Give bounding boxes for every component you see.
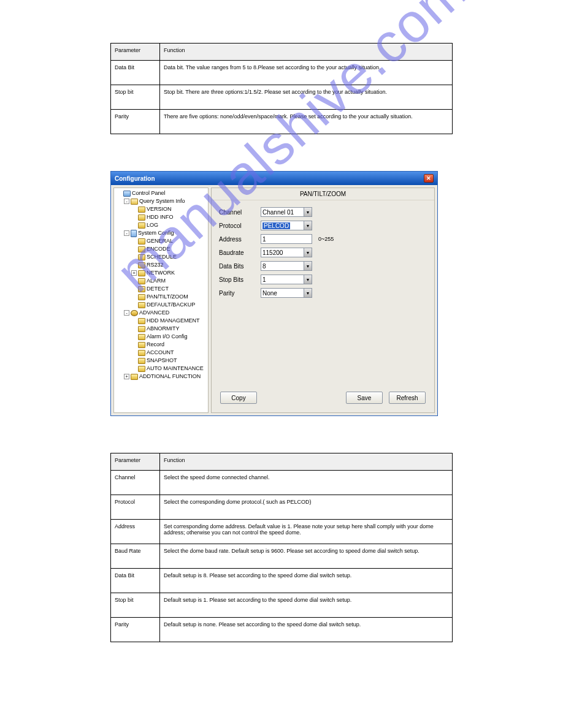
- collapse-icon[interactable]: -: [124, 230, 129, 236]
- table-header: Function: [160, 453, 453, 471]
- tree-item-record[interactable]: Record: [130, 341, 208, 349]
- table-rs232-params: Parameter Function Data BitData bit. The…: [110, 43, 453, 134]
- tree-label: ACCOUNT: [147, 349, 174, 357]
- tree-item-snapshot[interactable]: SNAPSHOT: [130, 357, 208, 365]
- chevron-down-icon: ▼: [304, 208, 312, 216]
- folder-icon: [138, 358, 145, 364]
- tree-item-hdd-info[interactable]: HDD INFO: [130, 213, 208, 221]
- tree-spacer: [131, 302, 137, 308]
- close-icon[interactable]: ✕: [424, 174, 434, 183]
- folder-icon: [138, 270, 145, 276]
- tree-item-schedule[interactable]: SCHEDULE: [130, 253, 208, 261]
- tree-item-network[interactable]: +NETWORK: [130, 269, 208, 277]
- function-cell: Set corresponding dome address. Default …: [160, 520, 453, 544]
- folder-icon: [138, 350, 145, 356]
- folder-icon: [138, 246, 145, 252]
- tree-item-account[interactable]: ACCOUNT: [130, 349, 208, 357]
- param-cell: Protocol: [111, 495, 160, 520]
- function-cell: Select the speed dome connected channel.: [160, 471, 453, 495]
- tree-label: PAN/TILT/ZOOM: [147, 293, 188, 301]
- tree-label: ALARM: [147, 277, 166, 285]
- folder-icon: [138, 207, 145, 213]
- configuration-dialog: Configuration ✕ Control Panel-Query Syst…: [110, 171, 438, 416]
- input-address[interactable]: [261, 234, 312, 244]
- tree-label: HDD INFO: [147, 213, 174, 221]
- tree-label: ABNORMITY: [147, 325, 180, 333]
- tree-group-advanced[interactable]: -ADVANCED: [123, 309, 208, 317]
- collapse-icon[interactable]: -: [124, 310, 129, 316]
- folder-icon: [138, 278, 145, 284]
- tree-item-rs232[interactable]: RS232: [130, 261, 208, 269]
- tree-label: LOG: [147, 221, 158, 229]
- tree-group-system-config[interactable]: -System Config: [123, 229, 208, 237]
- edit-icon: [131, 199, 138, 205]
- param-cell: Address: [111, 520, 160, 544]
- param-cell: Parity: [111, 110, 160, 134]
- tree-item-hdd-management[interactable]: HDD MANAGEMENT: [130, 317, 208, 325]
- hint-address: 0~255: [318, 236, 334, 242]
- collapse-icon[interactable]: -: [124, 199, 129, 204]
- tree-label: ADDTIONAL FUNCTION: [139, 373, 201, 381]
- folder-icon: [131, 374, 138, 380]
- table-row: Data BitData bit. The value ranges from …: [111, 61, 453, 85]
- save-button[interactable]: Save: [346, 392, 383, 404]
- param-cell: Data Bit: [111, 61, 160, 85]
- tree-item-auto-maintenance[interactable]: AUTO MAINTENANCE: [130, 365, 208, 373]
- tree-item-pan-tilt-zoom[interactable]: PAN/TILT/ZOOM: [130, 293, 208, 301]
- label-parity: Parity: [219, 290, 255, 297]
- panel-title: PAN/TILT/ZOOM: [212, 188, 434, 200]
- cp-icon: [123, 191, 131, 197]
- expand-icon[interactable]: +: [131, 270, 137, 276]
- select-channel[interactable]: Channel 01▼: [261, 207, 312, 217]
- tree-spacer: [131, 246, 137, 252]
- select-databits[interactable]: 8▼: [261, 261, 312, 271]
- tree-group-addtional-function[interactable]: +ADDTIONAL FUNCTION: [123, 373, 208, 381]
- folder-icon: [138, 214, 145, 221]
- tree-label: RS232: [147, 261, 164, 269]
- copy-button[interactable]: Copy: [220, 392, 257, 404]
- tree-label: DEFAULT/BACKUP: [147, 301, 195, 309]
- tree-panel: Control Panel-Query System InfoVERSIONHD…: [113, 188, 209, 413]
- select-parity[interactable]: None▼: [261, 288, 312, 298]
- label-databits: Data Bits: [219, 263, 255, 270]
- tree-label: DETECT: [147, 285, 169, 293]
- select-stopbits[interactable]: 1▼: [261, 275, 312, 284]
- tree-label: ENCODE: [147, 245, 170, 253]
- function-cell: Default setup is none. Please set accord…: [160, 618, 453, 642]
- tree-item-version[interactable]: VERSION: [130, 205, 208, 213]
- tree-item-detect[interactable]: DETECT: [130, 285, 208, 293]
- dialog-titlebar[interactable]: Configuration ✕: [111, 172, 437, 185]
- table-row: ProtocolSelect the corresponding dome pr…: [111, 495, 453, 520]
- table-header-row: Parameter Function: [111, 453, 453, 471]
- tree-spacer: [131, 366, 137, 371]
- tree-spacer: [131, 342, 137, 347]
- tree-item-abnormity[interactable]: ABNORMITY: [130, 325, 208, 333]
- refresh-button[interactable]: Refresh: [389, 392, 426, 404]
- tree-spacer: [131, 334, 137, 339]
- chevron-down-icon: ▼: [304, 289, 312, 297]
- tree-item-alarm-i-o-config[interactable]: Alarm I/O Config: [130, 333, 208, 341]
- select-baudrate[interactable]: 115200▼: [261, 248, 312, 257]
- table-row: ParityDefault setup is none. Please set …: [111, 618, 453, 642]
- tree-label: ADVANCED: [139, 309, 169, 317]
- tree-group-query-system-info[interactable]: -Query System Info: [123, 197, 208, 205]
- dialog-title: Configuration: [115, 175, 155, 182]
- tree-root-node[interactable]: Control Panel: [115, 189, 208, 197]
- tree-item-default-backup[interactable]: DEFAULT/BACKUP: [130, 301, 208, 309]
- label-baudrate: Baudrate: [219, 249, 255, 256]
- label-address: Address: [219, 236, 255, 243]
- tree-item-general[interactable]: GENERAL: [130, 237, 208, 245]
- select-protocol[interactable]: PELCOD▼: [261, 221, 312, 230]
- tree-spacer: [117, 191, 122, 196]
- tree-spacer: [131, 254, 137, 260]
- tree-item-encode[interactable]: ENCODE: [130, 245, 208, 253]
- expand-icon[interactable]: +: [124, 374, 129, 379]
- tree-item-alarm[interactable]: ALARM: [130, 277, 208, 285]
- sys-icon: [131, 230, 137, 237]
- tree-label: VERSION: [147, 205, 172, 213]
- tree-item-log[interactable]: LOG: [130, 221, 208, 229]
- tree-spacer: [131, 262, 137, 268]
- folder-icon: [138, 366, 145, 372]
- folder-icon: [138, 294, 145, 300]
- function-cell: Default setup is 1. Please set according…: [160, 593, 453, 618]
